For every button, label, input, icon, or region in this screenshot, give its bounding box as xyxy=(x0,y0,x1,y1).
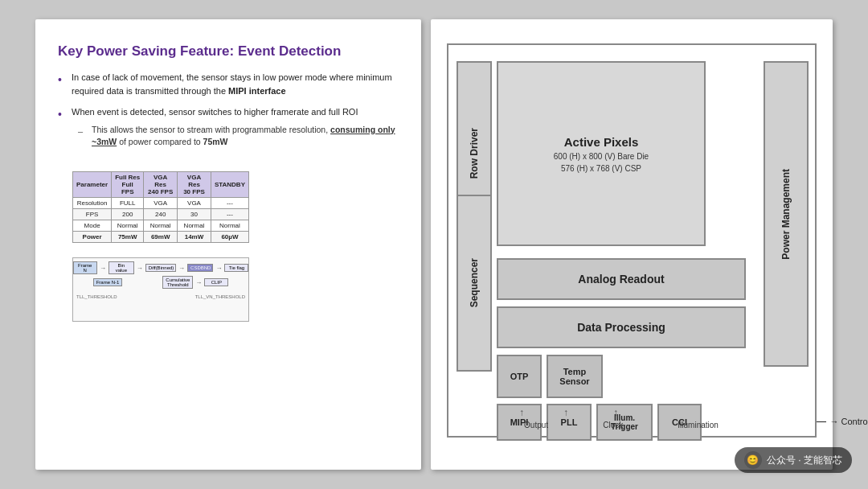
power-row: Power 75mW 69mW 14mW 60µW xyxy=(73,232,249,243)
diagram-labels: TLL_THRESHOLD TLL_VN_THRESHOLD xyxy=(76,293,245,299)
cell: FULL xyxy=(112,198,144,209)
row-driver-label: Row Driver xyxy=(469,128,480,179)
col-vga-240: VGA Res240 FPS xyxy=(144,172,178,198)
cell: VGA xyxy=(144,198,178,209)
right-slide: Row Driver Active Pixels 600 (H) x 800 (… xyxy=(431,19,833,470)
watermark-icon: 😊 xyxy=(744,451,762,469)
clock-arrow: ↑ xyxy=(563,407,568,418)
cell: Normal xyxy=(211,220,248,232)
frame-n1-box: Frame N-1 xyxy=(93,278,123,286)
otp-label: OTP xyxy=(510,372,529,381)
col-parameter: Parameter xyxy=(73,172,112,198)
csdbnd-box: CSDBND xyxy=(187,264,213,272)
cell: 240 xyxy=(144,209,178,220)
diagram-row-1: Frame N → Bin value → Diff(Binned) → CSD… xyxy=(73,261,249,274)
sub-bullet-text: This allows the sensor to stream with pr… xyxy=(92,124,399,150)
diff-box: Diff(Binned) xyxy=(145,264,176,272)
data-processing-block: Data Processing xyxy=(497,306,746,348)
arrow-line xyxy=(817,421,826,422)
list-item: • In case of lack of movement, the senso… xyxy=(58,71,399,97)
analog-readout-label: Analog Readout xyxy=(578,273,664,286)
cell: Normal xyxy=(178,220,211,232)
otp-block: OTP xyxy=(497,355,542,398)
data-processing-label: Data Processing xyxy=(577,321,665,334)
illum-arrow: ↑ xyxy=(613,407,618,418)
control-arrow-container: → Control xyxy=(817,417,868,426)
bullet-dot: • xyxy=(58,72,68,88)
bullet-2-text: When event is detected, sensor switches … xyxy=(72,107,358,117)
cell: 30 xyxy=(178,209,211,220)
cell: 200 xyxy=(112,209,144,220)
table-row: FPS 200 240 30 --- xyxy=(73,209,249,220)
cell: --- xyxy=(211,198,248,209)
diagram-box: Frame N → Bin value → Diff(Binned) → CSD… xyxy=(72,257,249,322)
power-table: Parameter Full ResFull FPS VGA Res240 FP… xyxy=(72,171,249,243)
arrow-2: → xyxy=(137,265,143,272)
illumination-label: Illumination xyxy=(678,421,719,429)
block-diagram: Row Driver Active Pixels 600 (H) x 800 (… xyxy=(447,43,817,438)
sub-bullet: – This allows the sensor to stream with … xyxy=(78,124,399,150)
cell: VGA xyxy=(178,198,211,209)
frame-n-box: Frame N xyxy=(73,261,97,274)
diagram-inner: Frame N → Bin value → Diff(Binned) → CSD… xyxy=(73,258,248,321)
output-arrow: ↑ xyxy=(519,407,524,418)
control-label: Control xyxy=(841,417,868,426)
watermark-text: 公众号 · 芝能智芯 xyxy=(767,454,842,467)
clock-label: Clock xyxy=(603,421,623,429)
col-standby: STANDBY xyxy=(211,172,248,198)
sequencer-block: Sequencer xyxy=(457,195,492,372)
table-container: Parameter Full ResFull FPS VGA Res240 FP… xyxy=(72,163,399,243)
sequencer-label: Sequencer xyxy=(469,258,480,307)
cell: Normal xyxy=(144,220,178,232)
table-header-row: Parameter Full ResFull FPS VGA Res240 FP… xyxy=(73,172,249,198)
slides-container: Key Power Saving Feature: Event Detectio… xyxy=(0,0,868,489)
cell: Mode xyxy=(73,220,112,232)
analog-readout-block: Analog Readout xyxy=(497,258,746,300)
active-pixels-title: Active Pixels xyxy=(564,135,639,149)
power-management-label: Power Management xyxy=(780,169,792,260)
cell: 60µW xyxy=(211,232,248,243)
output-label: Output xyxy=(524,421,548,429)
diagram-row-2: Frame N-1 CumulativeThreshold → CLIP xyxy=(93,276,229,289)
tll-vn-threshold-label: TLL_VN_THRESHOLD xyxy=(195,294,245,299)
consuming-bold: consuming only ~3mW xyxy=(92,125,395,147)
col-full-res: Full ResFull FPS xyxy=(112,172,144,198)
cell: Resolution xyxy=(73,198,112,209)
slide-title: Key Power Saving Feature: Event Detectio… xyxy=(58,43,399,60)
diagram-container: Frame N → Bin value → Diff(Binned) → CSD… xyxy=(72,249,399,322)
bullet-text-1: In case of lack of movement, the sensor … xyxy=(72,71,399,97)
left-slide: Key Power Saving Feature: Event Detectio… xyxy=(35,19,421,470)
power-management-block: Power Management xyxy=(764,61,809,367)
cell: Power xyxy=(73,232,112,243)
cell: --- xyxy=(211,209,248,220)
temp-sensor-label: Temp Sensor xyxy=(559,367,589,386)
cumulative-box: CumulativeThreshold xyxy=(162,276,193,289)
bin-value-box: Bin value xyxy=(108,261,134,274)
bullet-dot-2: • xyxy=(58,106,68,123)
active-pixels-line1: 600 (H) x 800 (V) Bare Die xyxy=(554,152,649,161)
mipi-bold: MIPI interface xyxy=(228,86,286,96)
clip-box: CLIP xyxy=(204,278,228,286)
cell: Normal xyxy=(112,220,144,232)
cell: FPS xyxy=(73,209,112,220)
cell: 14mW xyxy=(178,232,211,243)
75mw-bold: 75mW xyxy=(203,137,228,146)
bullet-2-content: When event is detected, sensor switches … xyxy=(72,105,399,149)
cell: 69mW xyxy=(144,232,178,243)
arrow-5: → xyxy=(195,279,202,286)
active-pixels-line2: 576 (H) x 768 (V) CSP xyxy=(561,164,641,173)
tll-threshold-label: TLL_THRESHOLD xyxy=(76,294,117,299)
dash-bullet: – xyxy=(78,125,88,138)
table-row: Mode Normal Normal Normal Normal xyxy=(73,220,249,232)
bottom-labels: Output Clock Illumination xyxy=(497,421,746,429)
list-item-2: • When event is detected, sensor switche… xyxy=(58,105,399,149)
col-vga-30: VGA Res30 FPS xyxy=(178,172,211,198)
bullet-list: • In case of lack of movement, the senso… xyxy=(58,71,399,157)
cell: 75mW xyxy=(112,232,144,243)
arrow-4: → xyxy=(215,265,222,272)
tie-flag-box: Tie flag xyxy=(224,264,248,272)
active-pixels-block: Active Pixels 600 (H) x 800 (V) Bare Die… xyxy=(497,61,706,246)
arrow-3: → xyxy=(178,265,185,272)
arrow-1: → xyxy=(100,265,106,272)
table-row: Resolution FULL VGA VGA --- xyxy=(73,198,249,209)
